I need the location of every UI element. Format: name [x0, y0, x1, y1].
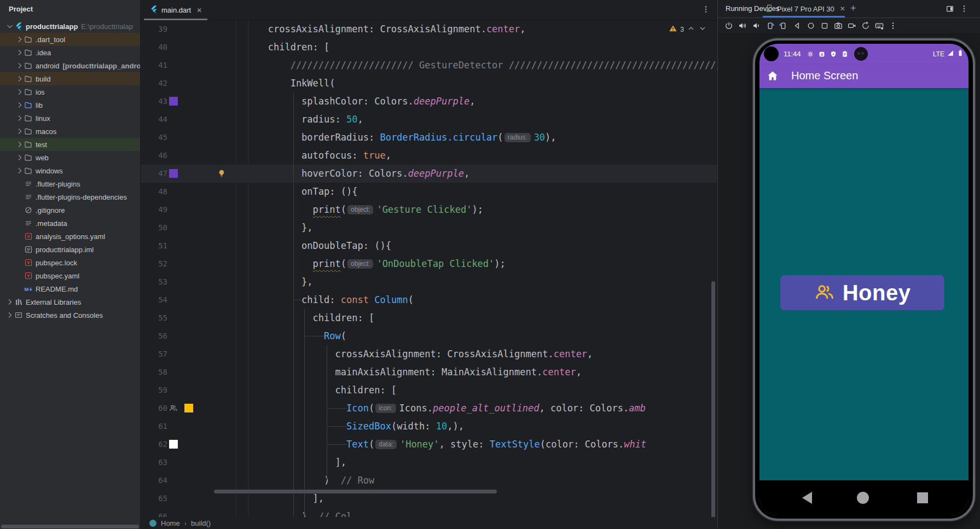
snapshot-icon[interactable]	[860, 20, 871, 31]
code-line-64[interactable]: 64 ) // Row	[141, 472, 717, 490]
code-line-46[interactable]: 46 autofocus: true,	[141, 147, 717, 165]
code-line-47[interactable]: 47 hoverColor: Colors.deepPurple,	[141, 165, 717, 183]
editor-vertical-scrollbar[interactable]	[711, 281, 715, 519]
add-device-icon[interactable]: +	[850, 3, 856, 14]
code-line-57[interactable]: 57 crossAxisAlignment: CrossAxisAlignmen…	[141, 345, 717, 363]
tree-item-windows[interactable]: windows	[0, 164, 140, 177]
code-line-59[interactable]: 59 children: [	[141, 381, 717, 399]
code-line-48[interactable]: 48 onTap: (){	[141, 183, 717, 201]
line-number[interactable]: 51	[141, 237, 167, 255]
chevron-collapsed-icon[interactable]	[5, 298, 14, 306]
nav-overview-button[interactable]	[917, 492, 928, 503]
chevron-collapsed-icon[interactable]	[5, 311, 14, 319]
code-line-60[interactable]: 60 Icon(icon:Icons.people_alt_outlined, …	[141, 399, 717, 417]
line-number[interactable]: 40	[141, 38, 167, 56]
editor-options-kebab-icon[interactable]	[701, 5, 710, 15]
window-layout-icon[interactable]	[946, 4, 954, 15]
tree-item-pubspec-yaml[interactable]: Ypubspec.yaml	[0, 269, 140, 282]
device-tab-pixel-7-pro[interactable]: Pixel 7 Pro API 30 ✕	[765, 0, 845, 18]
inspections-widget[interactable]: 3	[669, 24, 707, 34]
code-line-49[interactable]: 49 print(object:'Gesture Clicked');	[141, 201, 717, 219]
chevron-collapsed-icon[interactable]	[15, 153, 24, 162]
color-swatch[interactable]	[169, 169, 178, 178]
more-icon[interactable]	[888, 20, 898, 31]
panel-options-kebab-icon[interactable]	[960, 4, 969, 15]
line-number[interactable]: 61	[141, 417, 167, 435]
line-number[interactable]: 56	[141, 327, 167, 345]
line-number[interactable]: 62	[141, 435, 167, 454]
chevron-collapsed-icon[interactable]	[15, 166, 24, 175]
code-line-62[interactable]: 62 Text(data:'Honey', style: TextStyle(c…	[141, 435, 717, 454]
line-number[interactable]: 43	[141, 92, 167, 111]
tree-item-macos[interactable]: macos	[0, 125, 140, 138]
chevron-collapsed-icon[interactable]	[15, 88, 24, 96]
virtual-keyboard-icon[interactable]	[874, 20, 885, 31]
tree-item-lib[interactable]: lib	[0, 98, 140, 112]
project-panel-header[interactable]: Project	[0, 0, 140, 18]
tree-item-producttrialapp-iml[interactable]: producttrialapp.iml	[0, 243, 140, 256]
chevron-up-icon[interactable]	[687, 24, 695, 34]
line-number[interactable]: 54	[141, 291, 167, 309]
tree-item-producttrialapp[interactable]: producttrialappE:\producttrialap	[0, 20, 140, 33]
line-number[interactable]: 57	[141, 345, 167, 363]
line-number[interactable]: 55	[141, 309, 167, 327]
breadcrumb-home[interactable]: Home	[161, 519, 180, 527]
code-line-53[interactable]: 53 },	[141, 273, 717, 291]
nav-home-button[interactable]	[857, 492, 869, 504]
tree-item-linux[interactable]: linux	[0, 112, 140, 125]
code-line-61[interactable]: 61 SizedBox(width: 10,),	[141, 417, 717, 435]
tree-item--flutter-plugins[interactable]: .flutter-plugins	[0, 177, 140, 190]
code-editor[interactable]: 39 crossAxisAlignment: CrossAxisAlignmen…	[141, 20, 717, 529]
line-number[interactable]: 60	[141, 399, 167, 417]
close-icon[interactable]: ✕	[196, 7, 202, 14]
tree-item-external-libraries[interactable]: External Libraries	[0, 295, 140, 309]
code-line-63[interactable]: 63 ],	[141, 454, 717, 472]
tree-item-test[interactable]: test	[0, 138, 140, 151]
color-swatch[interactable]	[184, 404, 193, 412]
tree-item-analysis-options-yaml[interactable]: Yanalysis_options.yaml	[0, 230, 140, 243]
line-number[interactable]: 65	[141, 490, 167, 508]
code-line-52[interactable]: 52 print(object:'OnDoubleTap Clicked');	[141, 255, 717, 273]
code-line-41[interactable]: 41 ////////////////////// GestureDetecto…	[141, 56, 717, 74]
inkwell-honey-button[interactable]: Honey	[780, 275, 944, 310]
tree-item-pubspec-lock[interactable]: Ypubspec.lock	[0, 256, 140, 269]
close-icon[interactable]: ✕	[840, 5, 845, 13]
line-number[interactable]: 41	[141, 56, 167, 74]
chevron-expanded-icon[interactable]	[5, 22, 14, 31]
line-number[interactable]: 50	[141, 219, 167, 237]
line-number[interactable]: 39	[141, 20, 167, 38]
nav-back-button[interactable]	[802, 492, 812, 504]
home-icon[interactable]	[805, 20, 816, 31]
tree-item-build[interactable]: build	[0, 72, 140, 85]
home-icon[interactable]	[766, 69, 779, 83]
tree-item-scratches-and-consoles[interactable]: Scratches and Consoles	[0, 309, 140, 322]
chevron-collapsed-icon[interactable]	[15, 127, 24, 136]
breadcrumb-build[interactable]: build()	[191, 519, 211, 527]
chevron-collapsed-icon[interactable]	[15, 140, 24, 149]
tree-item--flutter-plugins-dependencies[interactable]: .flutter-plugins-dependencies	[0, 190, 140, 204]
phone-screen[interactable]: 11:44 A LTE Home Screen	[759, 44, 969, 515]
tree-item--gitignore[interactable]: .gitignore	[0, 204, 140, 217]
back-icon[interactable]	[792, 20, 803, 31]
code-line-40[interactable]: 40 children: [	[141, 38, 717, 56]
code-line-43[interactable]: 43 splashColor: Colors.deepPurple,	[141, 92, 717, 111]
power-icon[interactable]	[723, 20, 734, 31]
line-number[interactable]: 48	[141, 183, 167, 201]
line-number[interactable]: 52	[141, 255, 167, 273]
color-swatch[interactable]	[169, 440, 178, 449]
chevron-down-icon[interactable]	[698, 24, 707, 34]
line-number[interactable]: 63	[141, 454, 167, 472]
line-number[interactable]: 53	[141, 273, 167, 291]
line-number[interactable]: 44	[141, 111, 167, 129]
editor-horizontal-scrollbar[interactable]	[214, 490, 497, 493]
tree-item-web[interactable]: web	[0, 151, 140, 164]
intention-bulb-icon[interactable]	[217, 169, 226, 178]
line-number[interactable]: 58	[141, 363, 167, 381]
code-line-55[interactable]: 55 children: [	[141, 309, 717, 327]
tree-item-readme-md[interactable]: MREADME.md	[0, 282, 140, 295]
chevron-collapsed-icon[interactable]	[15, 48, 24, 57]
code-line-54[interactable]: 54 child: const Column(	[141, 291, 717, 309]
code-line-58[interactable]: 58 mainAxisAlignment: MainAxisAlignment.…	[141, 363, 717, 381]
line-number[interactable]: 42	[141, 74, 167, 92]
chevron-collapsed-icon[interactable]	[15, 74, 24, 83]
